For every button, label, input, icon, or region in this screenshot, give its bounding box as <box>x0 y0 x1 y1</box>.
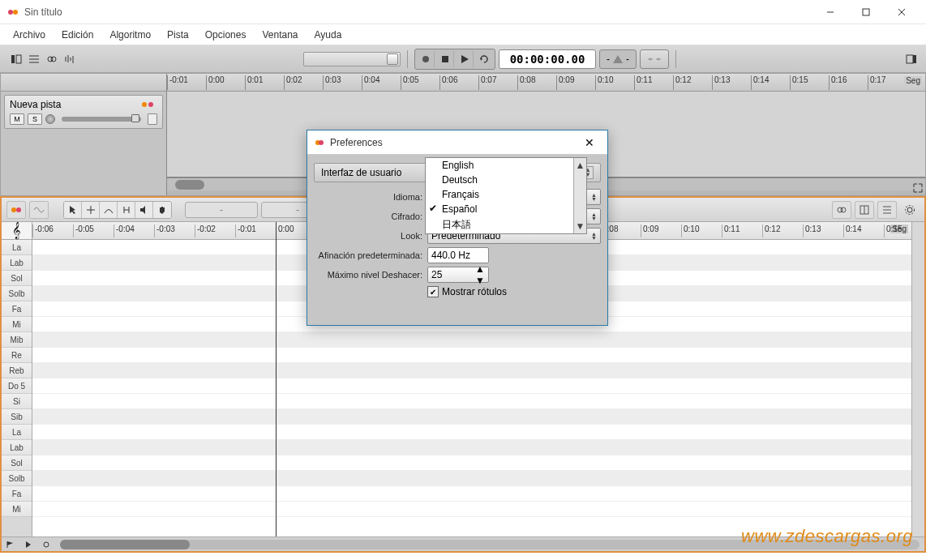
note-label: La <box>2 240 32 255</box>
mostrar-rotulos-checkbox[interactable]: ✔ <box>427 286 439 297</box>
expand-icon[interactable] <box>912 182 924 194</box>
track-name: Nueva pista <box>10 99 61 110</box>
ruler-tick: 0:09 <box>641 224 658 237</box>
record-button[interactable] <box>417 51 435 67</box>
tool-curve[interactable] <box>100 202 118 218</box>
editor-grid-icon[interactable] <box>855 201 874 219</box>
menu-archivo[interactable]: Archivo <box>5 26 54 44</box>
tempo-box[interactable]: - - <box>599 49 637 69</box>
maximize-button[interactable] <box>848 1 884 24</box>
editor-vscroll[interactable] <box>911 222 924 536</box>
grid-row[interactable] <box>32 440 911 455</box>
solo-button[interactable]: S <box>28 113 42 125</box>
language-option[interactable]: Deutsch <box>426 173 586 187</box>
grid-row[interactable] <box>32 455 911 471</box>
editor-hscroll[interactable] <box>60 540 920 549</box>
editor-mode-notes[interactable] <box>6 201 26 219</box>
ruler-tick: 0:04 <box>362 75 379 90</box>
note-label: Solb <box>2 286 32 301</box>
grid-row[interactable] <box>32 348 911 363</box>
ruler-tick: 0:15 <box>884 224 902 237</box>
tool-view1[interactable] <box>8 51 24 67</box>
footer-tool-pointer[interactable] <box>21 539 36 550</box>
note-label: Lab <box>2 255 32 271</box>
ruler-tick: 0:10 <box>681 224 699 237</box>
menu-ventana[interactable]: Ventana <box>254 26 306 44</box>
timeline-ruler-top[interactable]: Seg -0:010:000:010:020:030:040:050:060:0… <box>167 74 925 92</box>
grid-row[interactable] <box>32 332 911 348</box>
tuning-field[interactable]: 440.0 Hz <box>427 247 489 263</box>
tool-panel-right[interactable] <box>903 51 920 67</box>
volume-slider[interactable] <box>62 117 141 122</box>
tool-link-icon[interactable] <box>44 51 60 67</box>
minimize-button[interactable] <box>812 1 848 24</box>
mute-button[interactable]: M <box>10 113 24 125</box>
menu-ayuda[interactable]: Ayuda <box>307 26 350 44</box>
stop-button[interactable] <box>436 51 454 67</box>
svg-marker-31 <box>70 206 75 214</box>
tool-hand[interactable] <box>153 202 171 218</box>
svg-marker-20 <box>480 58 482 61</box>
dialog-icon <box>314 137 325 148</box>
ruler-tick: 0:16 <box>829 75 847 90</box>
ruler-tick: 0:13 <box>803 224 821 237</box>
playhead[interactable] <box>276 222 277 536</box>
language-option[interactable]: Français <box>426 187 586 202</box>
editor-snap-icon[interactable] <box>877 201 897 219</box>
dialog-titlebar[interactable]: Preferences ✕ <box>307 130 607 155</box>
dialog-title-text: Preferences <box>330 137 383 148</box>
menu-pista[interactable]: Pista <box>159 26 197 44</box>
arm-button[interactable] <box>45 114 55 124</box>
language-option[interactable]: English <box>426 158 586 173</box>
close-button[interactable] <box>884 1 920 24</box>
grid-row[interactable] <box>32 425 911 440</box>
ruler-tick: 0:12 <box>762 224 780 237</box>
grid-row[interactable] <box>32 409 911 425</box>
menu-opciones[interactable]: Opciones <box>197 26 255 44</box>
svg-point-0 <box>8 10 13 15</box>
tool-view2[interactable] <box>26 51 42 67</box>
loop-button[interactable] <box>475 51 493 67</box>
tool-range[interactable] <box>118 202 135 218</box>
zoom-slider[interactable] <box>303 52 401 66</box>
editor-disp-1[interactable]: - <box>185 202 258 218</box>
ruler-unit-top: Seg <box>904 76 922 85</box>
grid-row[interactable] <box>32 471 911 486</box>
tool-speaker[interactable] <box>135 202 153 218</box>
tool-pointer[interactable] <box>64 202 82 218</box>
editor-link-icon[interactable] <box>832 201 851 219</box>
ruler-tick: 0:14 <box>843 224 861 237</box>
menu-algoritmo[interactable]: Algoritmo <box>101 26 159 44</box>
ruler-tick: 0:03 <box>323 75 341 90</box>
grid-row[interactable] <box>32 378 911 394</box>
svg-rect-25 <box>907 55 913 63</box>
editor-gear-icon[interactable] <box>900 201 920 219</box>
grid-row[interactable] <box>32 486 911 502</box>
svg-point-30 <box>16 207 21 212</box>
grid-row[interactable] <box>32 502 911 517</box>
footer-tool-hand[interactable] <box>39 539 54 550</box>
grid-row[interactable] <box>32 394 911 409</box>
editor-mode-wave[interactable] <box>29 201 49 219</box>
tool-waveform-icon[interactable] <box>62 51 78 67</box>
menu-edicion[interactable]: Edición <box>54 26 101 44</box>
grid-row[interactable] <box>32 363 911 378</box>
language-option[interactable]: ✔Español <box>426 202 586 216</box>
treble-clef-icon: 𝄞 <box>2 222 32 240</box>
svg-marker-37 <box>140 206 145 214</box>
svg-marker-19 <box>461 55 469 63</box>
language-dropdown-list: ▲▼ EnglishDeutschFrançais✔Español日本語 <box>425 157 587 234</box>
ruler-tick: 0:17 <box>868 75 885 90</box>
language-option[interactable]: 日本語 <box>426 216 586 233</box>
track-header[interactable]: Nueva pista M S <box>4 95 163 129</box>
tool-move[interactable] <box>82 202 100 218</box>
footer-tool-flag[interactable] <box>3 539 18 550</box>
cycle-button[interactable] <box>640 49 669 69</box>
dialog-close-button[interactable]: ✕ <box>578 133 601 152</box>
undo-spinner[interactable]: 25▲▼ <box>427 267 489 283</box>
ruler-tick: -0:03 <box>154 224 175 237</box>
editor-footer <box>2 536 924 551</box>
ruler-tick: 0:02 <box>284 75 302 90</box>
track-expand[interactable] <box>148 113 157 125</box>
play-button[interactable] <box>456 51 474 67</box>
